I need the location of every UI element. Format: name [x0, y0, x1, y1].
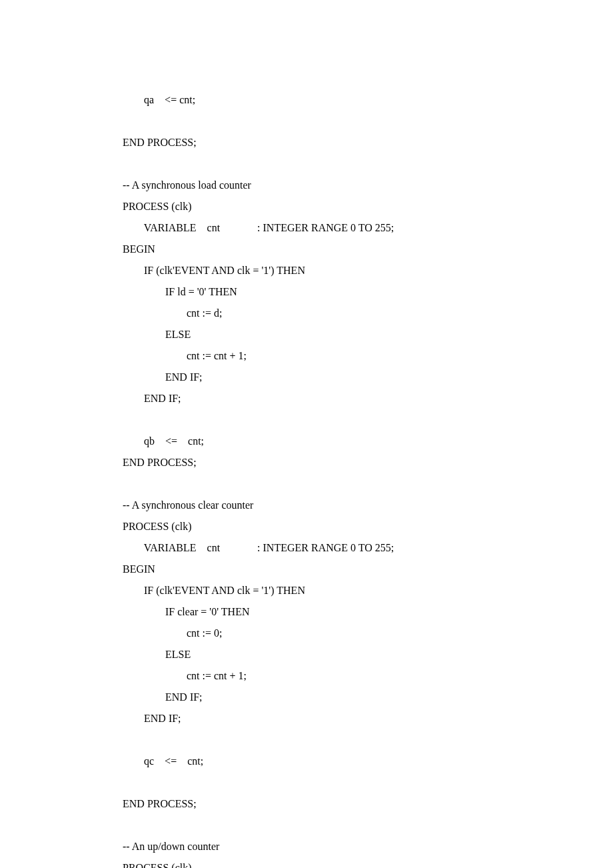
document-page: qa <= cnt; END PROCESS; -- A synchronous… [0, 0, 613, 868]
code-block: qa <= cnt; END PROCESS; -- A synchronous… [123, 89, 613, 868]
